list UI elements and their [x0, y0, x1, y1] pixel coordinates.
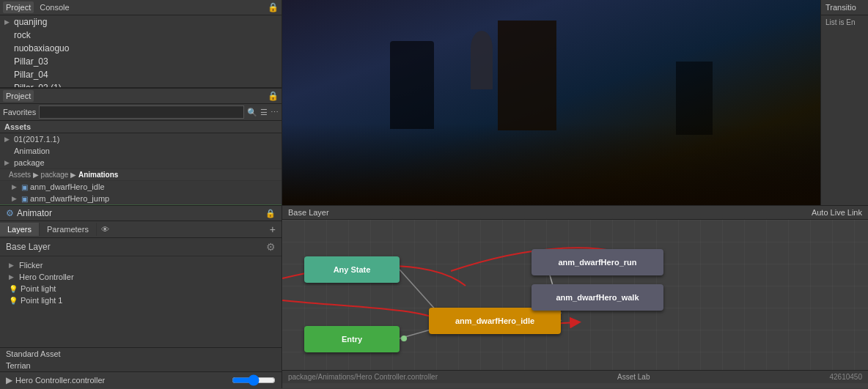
assets-header: Assets: [0, 121, 282, 133]
breadcrumb: Assets ▶ package ▶ Animations: [0, 168, 282, 181]
project-tab[interactable]: Project: [3, 1, 34, 13]
node-idle[interactable]: anm_dwarfHero_idle: [429, 308, 561, 334]
animator-status-bar: package/Animations/Hero Controller.contr…: [282, 370, 868, 383]
eye-icon[interactable]: 👁: [97, 223, 114, 236]
anim-tree-item-flicker[interactable]: ▶ Flicker: [0, 259, 282, 271]
left-panel: Project Console 🔒 ▶quanjing rock nuobaxi…: [0, 0, 282, 205]
project-toolbar: Project 🔒: [0, 88, 282, 104]
tab-layers[interactable]: Layers: [0, 223, 40, 236]
hierarchy-item-pillar04[interactable]: Pillar_04: [0, 68, 282, 81]
base-layer-label: Base Layer: [6, 242, 51, 252]
project-item-package[interactable]: ▶package: [0, 157, 282, 168]
search-icon[interactable]: 🔍: [247, 108, 257, 117]
anim-tree-item-point-light-1[interactable]: 💡 Point light 1: [0, 294, 282, 306]
options-icon[interactable]: ⋯: [271, 108, 279, 117]
anim-icon-idle: ▣: [21, 183, 28, 191]
anim-tree-item-point-light[interactable]: 💡 Point light: [0, 283, 282, 294]
console-tab[interactable]: Console: [37, 1, 72, 13]
layer-header-label: Base Layer: [288, 208, 329, 217]
animator-tab-bar: Layers Parameters 👁 +: [0, 221, 282, 238]
layers-plus-button[interactable]: +: [264, 221, 282, 237]
animator-icon: ⚙: [6, 208, 14, 218]
viewport-area: [282, 0, 820, 205]
project-search-row: Favorites 🔍 ☰ ⋯: [0, 104, 282, 121]
base-layer-item[interactable]: Base Layer ⚙: [0, 238, 282, 256]
node-entry[interactable]: Entry: [304, 326, 400, 352]
project-item-animation[interactable]: Animation: [0, 145, 282, 157]
filter-icon[interactable]: ☰: [260, 108, 268, 117]
anim-tree-item-hero-ctrl[interactable]: ▶ Hero Controller: [0, 271, 282, 283]
hierarchy-toolbar: Project Console 🔒: [0, 0, 282, 15]
breadcrumb-animations: Animations: [78, 171, 118, 179]
transition-header: Transitio: [821, 0, 868, 15]
zoom-slider[interactable]: [232, 374, 276, 386]
tab-parameters[interactable]: Parameters: [40, 223, 97, 236]
play-icon[interactable]: ▶: [6, 375, 12, 385]
animator-lock[interactable]: 🔒: [265, 209, 276, 218]
hierarchy-item-quanjing[interactable]: ▶quanjing: [0, 15, 282, 29]
animator-title-bar: ⚙ Animator 🔒: [0, 206, 282, 221]
animator-sidebar: ⚙ Animator 🔒 Layers Parameters 👁 + Base …: [0, 206, 282, 388]
lock-icon: 🔒: [268, 2, 279, 12]
animator-hierarchy: ▶ Flicker ▶ Hero Controller 💡 Point ligh…: [0, 256, 282, 347]
top-section: Project Console 🔒 ▶quanjing rock nuobaxi…: [0, 0, 868, 205]
hierarchy-item-nuobaxiaoguo[interactable]: nuobaxiaoguo: [0, 42, 282, 55]
animator-area: ⚙ Animator 🔒 Layers Parameters 👁 + Base …: [0, 205, 868, 388]
hierarchy-item-pillar03[interactable]: Pillar_03: [0, 55, 282, 68]
animator-canvas-header: Base Layer Auto Live Link: [282, 206, 868, 220]
anim-icon-jump: ▣: [21, 195, 28, 203]
project-item-idle[interactable]: ▶ ▣ anm_dwarfHero_idle: [0, 181, 282, 193]
auto-live-link-button[interactable]: Auto Live Link: [812, 208, 862, 217]
animator-grid: Any State Entry anm_dwarfHero_idle anm_d…: [282, 220, 868, 383]
controller-footer: ▶ Hero Controller.controller: [0, 371, 282, 388]
right-inspector: Transitio List is En: [820, 0, 868, 205]
node-walk[interactable]: anm_dwarfHero_walk: [532, 284, 663, 311]
animator-footer: Standard Asset Terrian: [0, 347, 282, 371]
light-icon2: 💡: [9, 297, 18, 305]
hierarchy-list: ▶quanjing rock nuobaxiaoguo Pillar_03 Pi…: [0, 15, 282, 88]
footer-item-terrian[interactable]: Terrian: [0, 360, 282, 371]
assets-label: Assets: [4, 122, 31, 131]
search-input[interactable]: [39, 105, 244, 119]
project-label[interactable]: Project: [3, 90, 34, 102]
transition-content: List is En: [821, 15, 868, 29]
node-run[interactable]: anm_dwarfHero_run: [532, 249, 663, 275]
project-item-01[interactable]: ▶01(2017.1.1): [0, 133, 282, 145]
layer-gear-icon[interactable]: ⚙: [266, 241, 276, 253]
asset-lab-label: Asset Lab: [617, 373, 650, 381]
hierarchy-item-rock[interactable]: rock: [0, 29, 282, 42]
controller-label: Hero Controller.controller: [15, 376, 105, 385]
lock-icon2: 🔒: [268, 91, 279, 101]
animator-title: Animator: [17, 208, 52, 218]
project-tree: ▶01(2017.1.1) Animation ▶package Assets …: [0, 133, 282, 205]
light-icon: 💡: [9, 285, 18, 293]
footer-item-standard[interactable]: Standard Asset: [0, 348, 282, 360]
status-path: package/Animations/Hero Controller.contr…: [288, 373, 438, 381]
breadcrumb-package: package: [41, 171, 69, 179]
animator-canvas: Base Layer Auto Live Link: [282, 206, 868, 388]
svg-point-4: [401, 336, 407, 341]
hierarchy-item-pillar03-1[interactable]: Pillar_03 (1): [0, 81, 282, 88]
favorites-label: Favorites: [3, 108, 36, 116]
project-item-jump[interactable]: ▶ ▣ anm_dwarfHero_jump: [0, 193, 282, 204]
status-number: 42610450: [829, 373, 862, 381]
node-any-state[interactable]: Any State: [304, 256, 400, 283]
viewport-3d: [282, 0, 820, 205]
breadcrumb-assets: Assets: [9, 171, 31, 179]
